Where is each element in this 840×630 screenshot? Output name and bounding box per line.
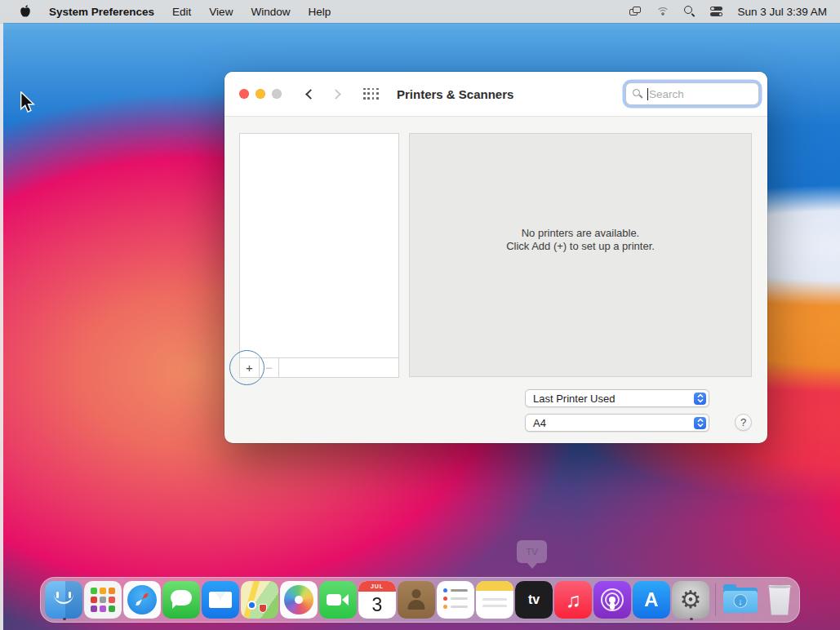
show-all-preferences-button[interactable] xyxy=(363,88,379,100)
window-title: Printers & Scanners xyxy=(397,87,513,101)
popup-stepper-icon xyxy=(694,393,706,405)
printer-list-toolbar: + − xyxy=(240,357,398,377)
default-paper-size-popup[interactable]: A4 xyxy=(525,414,709,432)
compass-icon xyxy=(127,585,157,614)
menu-item-app-name[interactable]: System Preferences xyxy=(40,0,163,23)
printers-scanners-window: Printers & Scanners Search + − No printe… xyxy=(224,72,767,443)
dock-icon-mail[interactable] xyxy=(202,581,239,619)
person-icon xyxy=(412,589,421,598)
dock-icon-notes[interactable] xyxy=(476,581,513,619)
flower-icon xyxy=(284,585,313,614)
windows-icon xyxy=(629,7,642,16)
apple-logo-icon xyxy=(20,5,31,19)
chevron-left-icon xyxy=(305,89,316,100)
download-arrow-icon: ↓ xyxy=(734,594,748,608)
dock-icon-calendar[interactable]: JUL 3 xyxy=(358,581,396,619)
empty-state-line2: Click Add (+) to set up a printer. xyxy=(506,240,655,253)
dock-icon-finder[interactable] xyxy=(45,581,82,619)
control-center-status-item[interactable] xyxy=(703,0,730,23)
empty-state-line1: No printers are available. xyxy=(506,227,655,240)
default-printer-popup[interactable]: Last Printer Used xyxy=(525,389,709,407)
gear-icon: ⚙ xyxy=(680,588,702,612)
dock-icon-downloads[interactable]: ↓ xyxy=(722,581,759,619)
dock-icon-music[interactable]: ♫ xyxy=(554,581,592,619)
menu-item-window[interactable]: Window xyxy=(242,0,299,23)
search-icon xyxy=(633,89,643,100)
chevron-right-icon xyxy=(331,89,341,100)
minimize-button[interactable] xyxy=(256,89,265,99)
menu-bar-clock[interactable]: Sun 3 Jul 3:39 AM xyxy=(730,0,829,23)
left-edge-strip xyxy=(0,23,3,630)
dock-icon-app-store[interactable]: A xyxy=(633,581,670,619)
default-paper-size-value: A4 xyxy=(533,417,546,429)
music-note-icon: ♫ xyxy=(566,588,581,612)
control-center-icon xyxy=(710,7,722,16)
add-printer-button[interactable]: + xyxy=(240,358,260,377)
remove-printer-button[interactable]: − xyxy=(260,358,279,377)
trash-bin-icon xyxy=(767,585,792,615)
calendar-month: JUL xyxy=(358,581,396,592)
dock-icon-podcasts[interactable] xyxy=(593,581,631,619)
menu-item-view[interactable]: View xyxy=(200,0,242,23)
finder-running-indicator xyxy=(63,618,66,621)
dock-icon-safari[interactable] xyxy=(123,581,161,619)
dock-separator xyxy=(715,583,716,616)
system-preferences-running-indicator xyxy=(690,618,693,621)
dock-icon-reminders[interactable] xyxy=(437,581,474,619)
zoom-button[interactable] xyxy=(272,89,282,99)
wifi-status-item[interactable] xyxy=(649,0,677,23)
dock-icon-messages[interactable] xyxy=(162,581,200,619)
back-button[interactable] xyxy=(301,84,318,104)
empty-state-message: No printers are available. Click Add (+)… xyxy=(506,227,655,253)
default-printer-value: Last Printer Used xyxy=(533,393,615,405)
mouse-cursor xyxy=(20,91,35,113)
dock-icon-facetime[interactable] xyxy=(319,581,357,619)
printer-list: + − xyxy=(239,133,399,378)
envelope-icon xyxy=(209,592,232,608)
window-titlebar: Printers & Scanners Search xyxy=(224,72,767,117)
app-store-logo: A xyxy=(644,588,658,611)
text-caret xyxy=(647,88,648,100)
windows-status-item[interactable] xyxy=(622,0,649,23)
dock-icon-photos[interactable] xyxy=(280,581,318,619)
search-placeholder: Search xyxy=(649,88,684,100)
calendar-day: 3 xyxy=(358,592,396,619)
popup-stepper-icon xyxy=(694,417,706,429)
dock-icon-system-preferences[interactable]: ⚙ xyxy=(672,581,709,619)
dock-icon-tv[interactable]: tv xyxy=(515,581,553,619)
dock-icon-launchpad[interactable] xyxy=(84,581,122,619)
search-field[interactable]: Search xyxy=(625,82,759,105)
menu-item-edit[interactable]: Edit xyxy=(163,0,200,23)
menu-item-help[interactable]: Help xyxy=(299,0,340,23)
printer-detail-pane: No printers are available. Click Add (+)… xyxy=(409,133,752,377)
forward-button[interactable] xyxy=(329,84,345,104)
close-button[interactable] xyxy=(239,89,249,99)
dock-icon-contacts[interactable] xyxy=(398,581,435,619)
dock-icon-trash[interactable] xyxy=(761,581,798,619)
dock-tooltip-tv: TV xyxy=(517,540,547,563)
dock: JUL 3 tv ♫ A ⚙ ↓ xyxy=(40,577,800,623)
help-button[interactable]: ? xyxy=(735,414,752,431)
spotlight-status-item[interactable] xyxy=(677,0,703,23)
wifi-icon xyxy=(656,7,669,16)
desktop: System Preferences Edit View Window Help… xyxy=(0,0,840,630)
apple-menu[interactable] xyxy=(11,0,40,23)
spotlight-search-icon xyxy=(684,6,696,17)
tv-logo: tv xyxy=(528,592,540,607)
video-camera-icon xyxy=(327,594,341,606)
dock-icon-maps[interactable] xyxy=(241,581,278,619)
menu-bar: System Preferences Edit View Window Help… xyxy=(0,0,840,23)
